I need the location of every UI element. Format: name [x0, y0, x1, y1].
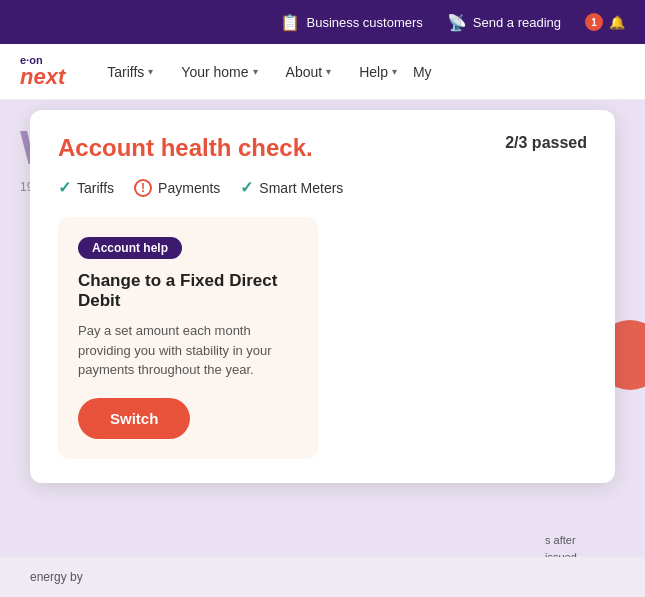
health-check-modal: Account health check. 2/3 passed ✓ Tarif… [30, 110, 615, 483]
help-chevron-icon: ▾ [392, 66, 397, 77]
bottom-bar: energy by [0, 557, 645, 597]
send-reading-label: Send a reading [473, 15, 561, 30]
check-tariffs-icon: ✓ [58, 178, 71, 197]
info-card-description: Pay a set amount each month providing yo… [78, 321, 298, 380]
business-customers-label: Business customers [306, 15, 422, 30]
nav-help[interactable]: Help ▾ [347, 56, 409, 88]
nav-my[interactable]: My [413, 64, 432, 80]
check-payments: ! Payments [134, 179, 220, 197]
top-utility-bar: 📋 Business customers 📡 Send a reading 1 … [0, 0, 645, 44]
passed-badge: 2/3 passed [505, 134, 587, 152]
nav-items: Tariffs ▾ Your home ▾ About ▾ Help ▾ My [95, 56, 625, 88]
nav-about[interactable]: About ▾ [274, 56, 344, 88]
nav-my-label: My [413, 64, 432, 80]
logo[interactable]: e·on next [20, 55, 65, 88]
switch-button[interactable]: Switch [78, 398, 190, 439]
reading-icon: 📡 [447, 13, 467, 32]
info-card-title: Change to a Fixed Direct Debit [78, 271, 298, 311]
check-smart-meters-icon: ✓ [240, 178, 253, 197]
send-reading-link[interactable]: 📡 Send a reading [447, 13, 561, 32]
business-customers-link[interactable]: 📋 Business customers [280, 13, 422, 32]
nav-help-label: Help [359, 64, 388, 80]
account-help-badge: Account help [78, 237, 182, 259]
nav-about-label: About [286, 64, 323, 80]
about-chevron-icon: ▾ [326, 66, 331, 77]
check-payments-icon: ! [134, 179, 152, 197]
modal-header: Account health check. 2/3 passed [58, 134, 587, 162]
notification-icon: 🔔 [609, 15, 625, 30]
nav-your-home[interactable]: Your home ▾ [169, 56, 269, 88]
your-home-chevron-icon: ▾ [253, 66, 258, 77]
notification-item[interactable]: 1 🔔 [585, 13, 625, 31]
tariffs-chevron-icon: ▾ [148, 66, 153, 77]
modal-overlay: Account health check. 2/3 passed ✓ Tarif… [0, 100, 645, 597]
notification-badge: 1 [585, 13, 603, 31]
bottom-energy-text: energy by [30, 570, 83, 584]
check-payments-label: Payments [158, 180, 220, 196]
nav-your-home-label: Your home [181, 64, 248, 80]
info-card: Account help Change to a Fixed Direct De… [58, 217, 318, 459]
check-tariffs-label: Tariffs [77, 180, 114, 196]
check-tariffs: ✓ Tariffs [58, 178, 114, 197]
logo-next: next [20, 66, 65, 88]
modal-title: Account health check. [58, 134, 313, 162]
nav-tariffs-label: Tariffs [107, 64, 144, 80]
page-content: Wo 192 G Ac t paym payme ment is s after… [0, 100, 645, 597]
check-smart-meters-label: Smart Meters [259, 180, 343, 196]
main-navigation: e·on next Tariffs ▾ Your home ▾ About ▾ … [0, 44, 645, 100]
nav-tariffs[interactable]: Tariffs ▾ [95, 56, 165, 88]
check-smart-meters: ✓ Smart Meters [240, 178, 343, 197]
checks-row: ✓ Tariffs ! Payments ✓ Smart Meters [58, 178, 587, 197]
business-icon: 📋 [280, 13, 300, 32]
